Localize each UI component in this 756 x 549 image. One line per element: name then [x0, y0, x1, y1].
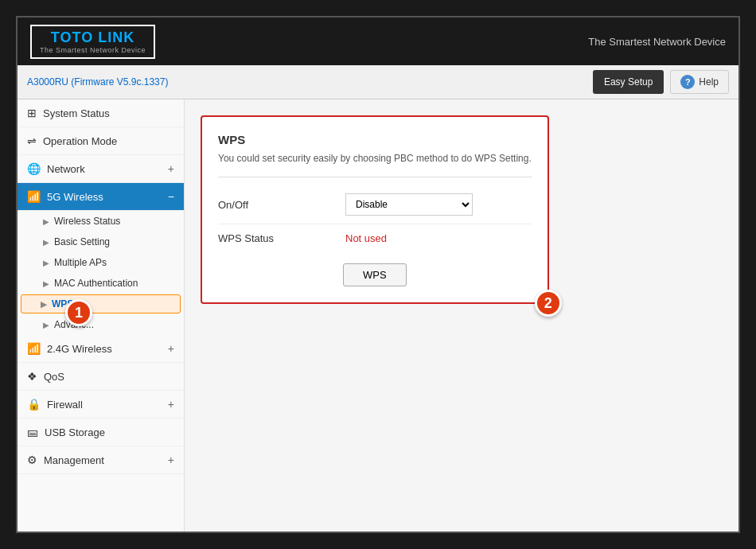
firewall-icon: 🔒: [27, 398, 41, 411]
sidebar-item-network[interactable]: 🌐 Network +: [18, 155, 184, 183]
firewall-expand-icon: +: [168, 398, 174, 411]
system-status-icon: ⊞: [27, 107, 37, 119]
toolbar-buttons: Easy Setup ? Help: [593, 70, 729, 94]
network-icon: 🌐: [27, 162, 41, 175]
wps-title: WPS: [218, 133, 532, 146]
main-layout: ⊞ System Status ⇌ Operation Mode 🌐 Netwo…: [18, 99, 738, 531]
sub-label: MAC Authentication: [54, 278, 138, 289]
management-icon: ⚙: [27, 454, 37, 466]
toolbar: A3000RU (Firmware V5.9c.1337) Easy Setup…: [18, 65, 738, 99]
logo-text: TOTO LINK: [51, 29, 134, 46]
management-expand-icon: +: [168, 454, 174, 466]
wps-status-label: WPS Status: [218, 232, 345, 244]
network-expand-icon: +: [168, 162, 174, 175]
wifi-icon: 📶: [27, 190, 41, 203]
sidebar-item-management[interactable]: ⚙ Management +: [18, 446, 184, 474]
wps-status-row: WPS Status Not used: [218, 224, 532, 252]
5g-expand-icon: −: [168, 190, 174, 203]
sidebar-item-2g-wireless[interactable]: 📶 2.4G Wireless +: [18, 335, 184, 363]
on-off-row: On/Off Disable Enable: [218, 185, 532, 224]
sidebar-item-label: 2.4G Wireless: [47, 343, 112, 355]
sidebar-sub-advanced[interactable]: ▶ Advanc...: [18, 314, 184, 335]
on-off-select[interactable]: Disable Enable: [345, 193, 473, 216]
bullet-icon: ▶: [43, 217, 49, 226]
sidebar-item-label: Operation Mode: [43, 135, 117, 147]
sidebar-item-system-status[interactable]: ⊞ System Status: [18, 99, 184, 127]
qos-icon: ❖: [27, 370, 37, 383]
bullet-icon: ▶: [43, 279, 49, 288]
sidebar-item-label: System Status: [43, 107, 110, 119]
help-label: Help: [699, 76, 719, 88]
firmware-label: A3000RU (Firmware V5.9c.1337): [27, 76, 168, 88]
bullet-icon: ▶: [43, 259, 49, 267]
sidebar-item-label: Network: [47, 163, 85, 175]
sidebar-sub-mac-authentication[interactable]: ▶ MAC Authentication: [18, 273, 184, 294]
sidebar-item-operation-mode[interactable]: ⇌ Operation Mode: [18, 127, 184, 155]
main-frame: TOTO LINK The Smartest Network Device Th…: [16, 16, 740, 533]
on-off-label: On/Off: [218, 199, 345, 211]
sub-label: Basic Setting: [54, 236, 110, 247]
logo-toto: TOTO: [51, 29, 93, 45]
help-icon: ?: [680, 75, 695, 89]
sidebar-sub-basic-setting[interactable]: ▶ Basic Setting: [18, 232, 184, 252]
divider-1: [218, 177, 532, 177]
sidebar-item-firewall[interactable]: 🔒 Firewall +: [18, 391, 184, 419]
usb-icon: 🖴: [27, 426, 38, 438]
easy-setup-button[interactable]: Easy Setup: [593, 70, 664, 94]
bullet-icon: ▶: [41, 300, 47, 309]
wps-button[interactable]: WPS: [343, 263, 407, 286]
sidebar-wps-wrapper: ▶ WPS 1: [18, 294, 184, 313]
wps-status-value: Not used: [345, 232, 532, 244]
badge-1: 1: [65, 299, 92, 326]
sidebar-sub-multiple-aps[interactable]: ▶ Multiple APs: [18, 252, 184, 273]
sub-label: Wireless Status: [54, 216, 120, 227]
sidebar: ⊞ System Status ⇌ Operation Mode 🌐 Netwo…: [18, 99, 185, 531]
wps-button-row: WPS: [218, 263, 532, 286]
2g-expand-icon: +: [168, 342, 174, 355]
sidebar-item-label: USB Storage: [45, 426, 105, 438]
logo-sub: The Smartest Network Device: [40, 46, 146, 54]
sidebar-sub-wireless-status[interactable]: ▶ Wireless Status: [18, 211, 184, 232]
wps-status-text: Not used: [345, 232, 387, 244]
bullet-icon: ▶: [43, 238, 49, 247]
sidebar-item-5g-wireless[interactable]: 📶 5G Wireless −: [18, 183, 184, 211]
wifi-2g-icon: 📶: [27, 342, 41, 355]
logo: TOTO LINK The Smartest Network Device: [30, 25, 155, 59]
wps-description: You could set security easily by choosin…: [218, 153, 532, 164]
wps-panel: WPS You could set security easily by cho…: [201, 115, 549, 304]
sub-label: Multiple APs: [54, 257, 107, 268]
operation-mode-icon: ⇌: [27, 134, 37, 147]
badge-2: 2: [535, 290, 562, 317]
bullet-icon: ▶: [43, 321, 49, 329]
sidebar-item-label: 5G Wireless: [47, 191, 103, 203]
on-off-value: Disable Enable: [345, 193, 532, 216]
sidebar-sub-wps[interactable]: ▶ WPS: [21, 294, 181, 313]
header-tagline: The Smartest Network Device: [588, 36, 726, 48]
sidebar-item-label: Firewall: [47, 399, 83, 411]
header: TOTO LINK The Smartest Network Device Th…: [18, 18, 738, 65]
wps-panel-wrapper: WPS You could set security easily by cho…: [201, 115, 549, 304]
sidebar-item-usb-storage[interactable]: 🖴 USB Storage: [18, 419, 184, 446]
logo-link: LINK: [98, 29, 134, 45]
help-button[interactable]: ? Help: [670, 70, 729, 94]
content-area: WPS You could set security easily by cho…: [185, 99, 738, 531]
sidebar-item-label: QoS: [44, 371, 64, 383]
sidebar-item-label: Management: [44, 454, 104, 466]
sidebar-item-qos[interactable]: ❖ QoS: [18, 363, 184, 391]
